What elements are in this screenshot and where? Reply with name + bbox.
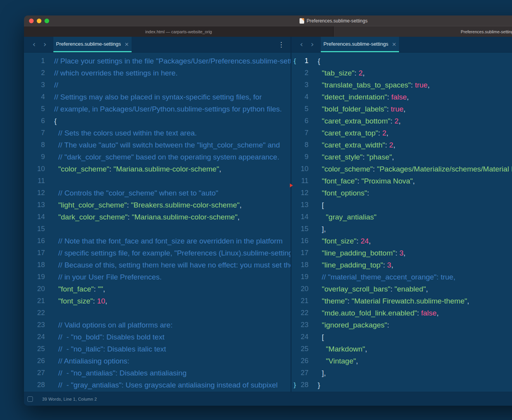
code-line: 11 (24, 175, 291, 187)
line-number: 18 (24, 259, 50, 271)
code-line: 14 "dark_color_scheme": "Mariana.sublime… (24, 211, 291, 223)
line-number: 16 (291, 235, 314, 247)
window-title-group: Preferences.sublime-settings (300, 18, 368, 24)
window-tab-index-html[interactable]: index.html — carparts-website_orig (24, 26, 334, 37)
code-line: 6 "caret_extra_bottom": 2, (291, 115, 512, 127)
code-text: // Because of this, setting them here wi… (50, 259, 291, 271)
overflow-menu-icon[interactable]: ⋮ (278, 41, 284, 48)
code-editor-user-settings[interactable]: {1{2 "tab_size": 2,3 "translate_tabs_to_… (291, 53, 512, 392)
line-number: 26 (291, 355, 314, 367)
history-forward-icon[interactable]: › (39, 37, 50, 52)
code-text: "translate_tabs_to_spaces": true, (314, 79, 430, 91)
line-number: 23 (291, 319, 314, 331)
code-line: 23 // Valid options on all platforms are… (24, 319, 291, 331)
line-number: 8 (291, 139, 314, 151)
line-number: 15 (291, 223, 314, 235)
code-text: "tab_size": 2, (314, 67, 365, 79)
code-text: ], (314, 223, 326, 235)
window-tab-label: Preferences.sublime-settings (461, 29, 512, 34)
code-line: 19 // "material_theme_accent_orange": tr… (291, 271, 512, 283)
code-text (50, 175, 54, 187)
code-line: 28 // - "gray_antialias": Uses grayscale… (24, 379, 291, 391)
code-text: "line_padding_bottom": 3, (314, 247, 406, 259)
code-line: 18 // Because of this, setting them here… (24, 259, 291, 271)
code-text: "ignored_packages": (314, 319, 389, 331)
code-text: { (314, 55, 320, 67)
document-icon (300, 18, 304, 24)
code-line: 18 "line_padding_top": 3, (291, 259, 512, 271)
line-number: 23 (24, 319, 50, 331)
line-number: 15 (24, 223, 50, 235)
line-number: 14 (24, 211, 50, 223)
code-text: // "material_theme_accent_orange": true, (314, 271, 455, 283)
editor-split-view: ‹ › Preferences.sublime-settings × ⋮ 1//… (24, 37, 512, 392)
code-text: "font_options": (314, 187, 369, 199)
code-line: 6{ (24, 115, 291, 127)
code-line: 17 "line_padding_bottom": 3, (291, 247, 512, 259)
line-number: 27 (24, 367, 50, 379)
line-number: 12 (291, 187, 314, 199)
code-line: {1{ (291, 55, 512, 67)
status-text: 39 Words, Line 1, Column 2 (42, 397, 97, 401)
code-text: "caret_extra_top": 2, (314, 127, 389, 139)
code-text: "light_color_scheme": "Breakers.sublime-… (50, 199, 241, 211)
code-line: 8 "caret_extra_width": 2, (291, 139, 512, 151)
line-number: 7 (291, 127, 314, 139)
line-number: 22 (24, 307, 50, 319)
file-tab-preferences[interactable]: Preferences.sublime-settings × (321, 37, 399, 52)
minimize-window-button[interactable] (37, 19, 41, 23)
code-text: // Antialiasing options: (50, 355, 129, 367)
close-tab-icon[interactable]: × (124, 41, 129, 47)
code-line: 16 "font_size": 24, (291, 235, 512, 247)
zoom-window-button[interactable] (45, 19, 49, 23)
line-number: 22 (291, 307, 314, 319)
code-line: 19 // in your User File Preferences. (24, 271, 291, 283)
code-text: "dark_color_scheme": "Mariana.sublime-co… (50, 211, 240, 223)
code-text: // The value "auto" will switch between … (50, 139, 280, 151)
titlebar[interactable]: Preferences.sublime-settings (24, 15, 512, 26)
code-text: // Note that the font_face and font_size… (50, 235, 283, 247)
file-tab-preferences[interactable]: Preferences.sublime-settings × (53, 37, 132, 52)
code-text: // in your User File Preferences. (50, 271, 162, 283)
code-text: "caret_extra_width": 2, (314, 139, 395, 151)
code-line: 24 [ (291, 331, 512, 343)
code-lines: {1{2 "tab_size": 2,3 "translate_tabs_to_… (291, 55, 512, 391)
code-line: }28} (291, 379, 512, 391)
line-number: 9 (24, 151, 50, 163)
close-window-button[interactable] (29, 19, 34, 23)
close-tab-icon[interactable]: × (392, 41, 396, 47)
code-line: 25 "Markdown", (291, 343, 512, 355)
line-number: 13 (24, 199, 50, 211)
line-number: 27 (291, 367, 314, 379)
code-line: 12 "font_options": (291, 187, 512, 199)
code-line: 26 // Antialiasing options: (24, 355, 291, 367)
window-title: Preferences.sublime-settings (307, 18, 368, 24)
code-text: "font_face": "Proxima Nova", (314, 175, 415, 187)
code-line: 20 "overlay_scroll_bars": "enabled", (291, 283, 512, 295)
history-back-icon[interactable]: ‹ (296, 37, 307, 52)
code-line: 5 "bold_folder_labels": true, (291, 103, 512, 115)
line-number: 13 (291, 199, 314, 211)
line-number: 9 (291, 151, 314, 163)
line-number: 24 (291, 331, 314, 343)
code-text: "font_size": 24, (314, 235, 371, 247)
code-line: 2 "tab_size": 2, (291, 67, 512, 79)
history-forward-icon[interactable]: › (307, 37, 318, 52)
history-back-icon[interactable]: ‹ (29, 37, 39, 52)
code-text: // Settings may also be placed in syntax… (50, 91, 262, 103)
code-editor-default-settings[interactable]: 1// Place your settings in the file "Pac… (24, 53, 291, 392)
code-line: 23 "ignored_packages": (291, 319, 512, 331)
code-line: 22 (24, 307, 291, 319)
line-number: 1 (24, 55, 50, 67)
code-line: 1// Place your settings in the file "Pac… (24, 55, 291, 67)
code-text: // - "no_italic": Disables italic text (50, 343, 166, 355)
line-number: 16 (24, 235, 50, 247)
code-line: 13 [ (291, 199, 512, 211)
code-line: 5// example, in Packages/User/Python.sub… (24, 103, 291, 115)
status-square-icon[interactable] (27, 396, 33, 402)
code-line: 3 "translate_tabs_to_spaces": true, (291, 79, 512, 91)
code-text: "color_scheme": "Mariana.sublime-color-s… (50, 163, 221, 175)
pane-divider-marker-icon (290, 183, 293, 187)
window-tab-preferences[interactable]: Preferences.sublime-settings (334, 26, 512, 37)
line-number: 5 (24, 103, 50, 115)
